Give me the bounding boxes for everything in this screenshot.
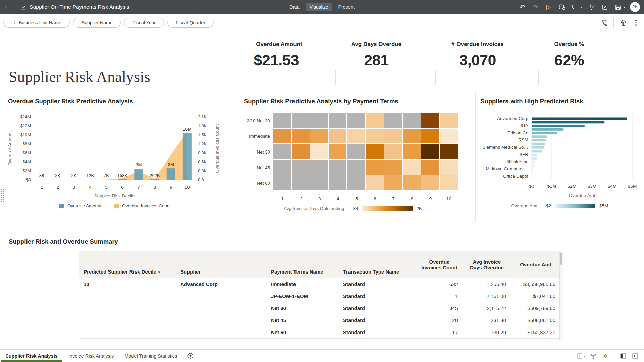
- kpi-tile[interactable]: Overdue Amount $21.53…: [235, 41, 323, 69]
- heatmap-cell[interactable]: [310, 175, 328, 190]
- legend-item[interactable]: Overdue Amount: [59, 203, 101, 208]
- heatmap-cell[interactable]: [347, 144, 365, 159]
- heatmap-cell[interactable]: [292, 144, 310, 159]
- bar[interactable]: [532, 132, 557, 134]
- column-header[interactable]: Overdue Amt: [511, 251, 560, 278]
- heatmap-cell[interactable]: [347, 175, 365, 190]
- heatmap-cell[interactable]: [440, 160, 458, 175]
- sort-caret-icon[interactable]: ▾: [158, 270, 160, 274]
- heatmap-cell[interactable]: [329, 144, 346, 159]
- undo-icon[interactable]: ↶: [517, 2, 527, 12]
- heatmap-cell[interactable]: [403, 160, 421, 175]
- bar[interactable]: [167, 168, 175, 180]
- heatmap-cell[interactable]: [403, 175, 421, 190]
- heatmap-cell[interactable]: [366, 113, 384, 128]
- bar[interactable]: [70, 180, 78, 180]
- heatmap-cell[interactable]: [403, 144, 421, 159]
- paint-roller-icon[interactable]: [591, 353, 597, 359]
- bar[interactable]: [532, 139, 546, 141]
- bar[interactable]: [532, 161, 535, 163]
- heatmap-cell[interactable]: [440, 144, 458, 159]
- topbar-tab-present[interactable]: Present: [335, 3, 358, 11]
- heatmap-cell[interactable]: [366, 144, 384, 159]
- save-caret-icon[interactable]: ▾: [624, 5, 627, 9]
- heatmap-cell[interactable]: [440, 175, 458, 190]
- filter-pill[interactable]: Supplier Name: [73, 18, 121, 28]
- kpi-tile[interactable]: Overdue % 62%: [526, 41, 613, 69]
- heatmap-cell[interactable]: [421, 175, 439, 190]
- filter-pill[interactable]: Business Unit Name: [3, 18, 70, 28]
- heatmap-cell[interactable]: [384, 160, 402, 175]
- comment-icon[interactable]: [570, 2, 580, 12]
- conditional-format-icon[interactable]: [619, 18, 628, 28]
- bar[interactable]: [532, 150, 542, 152]
- menu-kebab-icon[interactable]: [633, 20, 639, 26]
- table-row[interactable]: JP-EOM-1-EOMStandard12,161.00$7,041.60: [79, 290, 560, 302]
- panel-toggle-outline-icon[interactable]: [632, 353, 639, 359]
- bar[interactable]: [532, 121, 604, 123]
- heatmap-cell[interactable]: [273, 144, 291, 159]
- filter-gear-icon[interactable]: [599, 18, 609, 28]
- kpi-tile[interactable]: # Overdue Invoices 3,070: [434, 41, 521, 69]
- bar[interactable]: [86, 180, 95, 180]
- filter-pill[interactable]: Fiscal Year: [124, 18, 164, 28]
- add-canvas-button[interactable]: [187, 353, 194, 359]
- heatmap-cell[interactable]: [310, 113, 328, 128]
- bar[interactable]: [532, 118, 627, 120]
- heatmap-cell[interactable]: [403, 113, 421, 128]
- filter-pill[interactable]: Fiscal Quarter: [167, 18, 214, 28]
- heatmap-cell[interactable]: [310, 129, 328, 144]
- bar[interactable]: [532, 164, 534, 167]
- bar[interactable]: [532, 146, 544, 149]
- heatmap-cell[interactable]: [384, 144, 402, 159]
- bar[interactable]: [118, 179, 127, 180]
- heatmap-cell[interactable]: [310, 160, 328, 175]
- canvas-tab[interactable]: Supplier Risk Analysis: [0, 350, 63, 362]
- heatmap-cell[interactable]: [384, 113, 402, 128]
- heatmap-cell[interactable]: [292, 160, 310, 175]
- kpi-tile[interactable]: Avg Days Overdue 281: [333, 41, 420, 69]
- run-icon[interactable]: ▷: [543, 2, 553, 12]
- bar[interactable]: [532, 128, 563, 131]
- bar[interactable]: [134, 169, 143, 180]
- heatmap-cell[interactable]: [329, 129, 346, 144]
- heatmap-cell[interactable]: [329, 113, 346, 128]
- panel-toggle-filled-icon[interactable]: [620, 353, 627, 359]
- column-header[interactable]: Avg Invoice Days Overdue: [463, 251, 511, 278]
- column-header[interactable]: Predicted Supplier Risk Decile▾: [79, 251, 176, 278]
- caret-down-icon[interactable]: ▾: [584, 354, 585, 358]
- column-header[interactable]: Supplier: [176, 251, 267, 278]
- bar[interactable]: [532, 154, 537, 156]
- canvas-layout-icon[interactable]: ▾: [576, 353, 585, 359]
- bar[interactable]: [151, 179, 159, 180]
- heatmap-cell[interactable]: [384, 129, 402, 144]
- bar[interactable]: [183, 133, 192, 180]
- redo-icon[interactable]: ↷: [530, 2, 540, 12]
- table-scrollbar[interactable]: [559, 251, 563, 341]
- back-button[interactable]: [0, 0, 15, 14]
- bar[interactable]: [37, 180, 46, 180]
- heatmap-cell[interactable]: [384, 175, 402, 190]
- bar[interactable]: [532, 125, 585, 127]
- heatmap-cell[interactable]: [273, 175, 291, 190]
- heatmap-cell[interactable]: [292, 175, 310, 190]
- table-scrollbar-thumb[interactable]: [560, 253, 562, 265]
- heatmap-cell[interactable]: [421, 113, 439, 128]
- column-header[interactable]: Payment Terms Name: [267, 251, 339, 278]
- heatmap-cell[interactable]: [273, 129, 291, 144]
- heatmap-cell[interactable]: [366, 175, 384, 190]
- heatmap-cell[interactable]: [366, 129, 384, 144]
- heatmap-cell[interactable]: [403, 129, 421, 144]
- panel-resize-handle[interactable]: [1, 189, 4, 203]
- table-row[interactable]: 10Advanced CorpImmediateStandard6321,255…: [79, 278, 560, 290]
- heatmap-cell[interactable]: [292, 129, 310, 144]
- table-row[interactable]: Net 60Standard17130.29$152,837.20: [79, 326, 560, 339]
- heatmap-cell[interactable]: [421, 129, 439, 144]
- area-series[interactable]: [42, 132, 187, 180]
- heatmap-cell[interactable]: [421, 160, 439, 175]
- bar[interactable]: [102, 180, 111, 180]
- heatmap-cell[interactable]: [347, 129, 365, 144]
- heatmap-cell[interactable]: [273, 160, 291, 175]
- auto-refresh-icon[interactable]: [602, 353, 609, 359]
- heatmap-cell[interactable]: [347, 113, 365, 128]
